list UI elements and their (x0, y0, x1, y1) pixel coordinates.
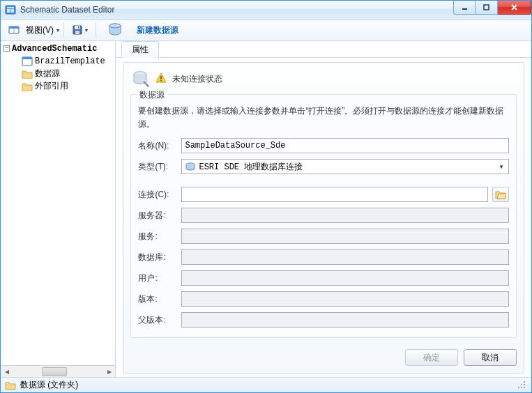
version-input (181, 291, 509, 307)
view-menu[interactable]: 视图(V) (26, 24, 54, 36)
toolbar: 视图(V) ▾ ▾ 新建数据源 (1, 20, 531, 41)
groupbox-legend: 数据源 (137, 89, 167, 101)
svg-rect-22 (161, 80, 162, 82)
tree-item-template[interactable]: BrazilTemplate (1, 55, 115, 68)
datasource-groupbox: 数据源 要创建数据源，请选择或输入连接参数并单击“打开连接”。必须打开与数据源的… (130, 94, 517, 338)
scroll-left-icon[interactable]: ◂ (1, 367, 13, 377)
body: − AdvancedSchematic BrazilTemplate (1, 41, 531, 377)
folder-icon (5, 380, 16, 390)
name-label: 名称(N): (138, 140, 177, 152)
sde-icon (185, 162, 196, 171)
collapse-icon[interactable]: − (3, 45, 10, 52)
cancel-button-label: 取消 (482, 352, 499, 364)
tree-item-datasources[interactable]: 数据源 (1, 68, 115, 80)
type-value: ESRI SDE 地理数据库连接 (199, 161, 303, 173)
connection-input[interactable] (181, 187, 488, 202)
svg-point-20 (147, 84, 149, 86)
sidebar: − AdvancedSchematic BrazilTemplate (1, 41, 116, 377)
tree-item-label: 数据源 (35, 68, 60, 79)
browse-button[interactable] (492, 187, 509, 202)
user-input (181, 270, 509, 286)
minimize-button[interactable] (453, 1, 476, 15)
ok-button[interactable]: 确定 (405, 349, 458, 366)
tree-item-label: 外部引用 (35, 80, 68, 92)
row-user: 用户: (138, 270, 509, 286)
folder-icon (22, 69, 33, 79)
version-label: 版本: (138, 293, 177, 305)
svg-rect-3 (10, 9, 14, 13)
resize-grip[interactable] (517, 380, 527, 390)
server-input (181, 208, 509, 223)
cancel-button[interactable]: 取消 (464, 349, 517, 366)
svg-rect-12 (75, 26, 80, 29)
parent-version-input (181, 312, 509, 328)
scroll-right-icon[interactable]: ▸ (103, 367, 115, 377)
tab-label: 属性 (132, 45, 149, 54)
tab-content: 未知连接状态 数据源 要创建数据源，请选择或输入连接参数并单击“打开连接”。必须… (116, 58, 531, 377)
tree[interactable]: − AdvancedSchematic BrazilTemplate (1, 41, 115, 365)
warning-icon (155, 72, 167, 86)
view-menu-dropdown-icon[interactable]: ▾ (56, 27, 59, 33)
button-row: 确定 取消 (123, 345, 524, 373)
view-dataset-button[interactable] (5, 22, 23, 38)
row-server: 服务器: (138, 208, 509, 223)
tree-root[interactable]: − AdvancedSchematic (1, 43, 115, 55)
tree-root-label: AdvancedSchematic (12, 44, 97, 54)
new-datasource-link[interactable]: 新建数据源 (137, 24, 178, 36)
svg-rect-21 (161, 76, 162, 79)
tab-strip: 属性 (116, 41, 531, 58)
svg-rect-9 (9, 26, 19, 29)
sidebar-scrollbar[interactable]: ◂ ▸ (1, 365, 115, 377)
title-bar: Schematic Dataset Editor (1, 1, 531, 20)
svg-rect-13 (75, 31, 79, 34)
save-icon (72, 24, 83, 36)
tree-item-externalrefs[interactable]: 外部引用 (1, 80, 115, 93)
save-button[interactable]: ▾ (68, 22, 91, 38)
row-version: 版本: (138, 291, 509, 307)
window-buttons (453, 1, 531, 15)
close-button[interactable] (498, 1, 531, 15)
svg-rect-1 (7, 7, 14, 8)
database-label: 数据库: (138, 252, 177, 263)
row-name: 名称(N): (138, 138, 509, 153)
scroll-thumb[interactable] (42, 367, 67, 376)
dataset-icon (8, 24, 20, 36)
datasource-group-icon[interactable] (103, 20, 127, 40)
ok-button-label: 确定 (423, 352, 440, 364)
app-icon (5, 4, 16, 15)
save-dropdown-icon: ▾ (85, 27, 88, 33)
service-input (181, 229, 509, 244)
svg-rect-18 (22, 57, 32, 59)
row-parent-version: 父版本: (138, 312, 509, 328)
datasource-icon (130, 68, 150, 90)
server-label: 服务器: (138, 210, 177, 222)
main-panel: 属性 (116, 41, 531, 377)
database-input (181, 249, 509, 265)
tree-item-label: BrazilTemplate (35, 56, 105, 66)
connection-label: 连接(C): (138, 189, 177, 201)
template-icon (22, 56, 33, 66)
svg-rect-14 (78, 26, 79, 29)
type-select[interactable]: ESRI SDE 地理数据库连接 ▾ (181, 159, 509, 174)
toolbar-separator (63, 23, 64, 37)
tab-properties[interactable]: 属性 (121, 41, 159, 58)
panel-header: 未知连接状态 (123, 63, 524, 94)
svg-rect-5 (484, 5, 489, 10)
folder-open-icon (495, 190, 506, 199)
instruction-text: 要创建数据源，请选择或输入连接参数并单击“打开连接”。必须打开与数据源的连接才能… (138, 105, 509, 131)
properties-panel: 未知连接状态 数据源 要创建数据源，请选择或输入连接参数并单击“打开连接”。必须… (123, 62, 524, 373)
app-window: Schematic Dataset Editor 视图(V) ▾ (0, 0, 532, 393)
user-label: 用户: (138, 272, 177, 284)
status-bar: 数据源 (文件夹) (1, 377, 531, 392)
row-service: 服务: (138, 229, 509, 244)
maximize-button[interactable] (476, 1, 498, 15)
folder-icon (22, 82, 33, 91)
chevron-down-icon: ▾ (496, 162, 506, 171)
row-type: 类型(T): ESRI SDE 地理数据库连接 ▾ (138, 159, 509, 174)
toolbar-separator (96, 23, 96, 37)
parent-version-label: 父版本: (138, 314, 177, 326)
svg-rect-2 (7, 9, 10, 13)
service-label: 服务: (138, 231, 177, 242)
row-connection: 连接(C): (138, 187, 509, 202)
name-input[interactable] (181, 138, 509, 153)
